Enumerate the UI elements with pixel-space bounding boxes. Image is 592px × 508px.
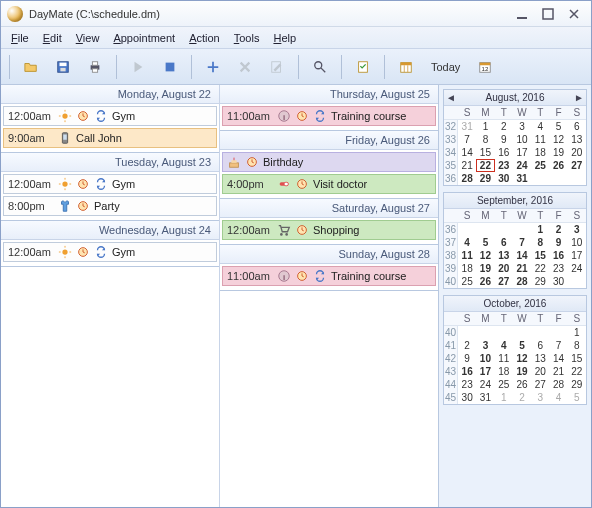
menu-action[interactable]: Action — [183, 30, 226, 46]
calendar-day[interactable]: 20 — [568, 146, 586, 159]
calendar-day[interactable]: 15 — [531, 249, 549, 262]
menu-appointment[interactable]: Appointment — [107, 30, 181, 46]
calendar-day[interactable]: 5 — [568, 391, 586, 404]
calendar-day[interactable]: 19 — [549, 146, 567, 159]
menu-help[interactable]: Help — [267, 30, 302, 46]
calendar-day[interactable]: 18 — [458, 262, 476, 275]
event-item[interactable]: 4:00pmVisit doctor — [222, 174, 436, 194]
calendar-day[interactable]: 9 — [495, 133, 513, 146]
calendar-day[interactable]: 4 — [458, 236, 476, 249]
calendar-day[interactable]: 16 — [495, 146, 513, 159]
calendar-day[interactable]: 24 — [568, 262, 586, 275]
calendar-day[interactable]: 9 — [458, 352, 476, 365]
calendar-prev-button[interactable]: ◄ — [446, 92, 456, 103]
calendar-day[interactable]: 21 — [549, 365, 567, 378]
calendar-day[interactable]: 12 — [476, 249, 494, 262]
calendar-day[interactable]: 13 — [531, 352, 549, 365]
calendar-day[interactable]: 7 — [458, 133, 476, 146]
event-item[interactable]: 8:00pmParty — [3, 196, 217, 216]
calendar-day[interactable]: 14 — [513, 249, 531, 262]
delete-button[interactable] — [232, 54, 258, 80]
stop-button[interactable] — [157, 54, 183, 80]
open-button[interactable] — [18, 54, 44, 80]
calendar-day[interactable]: 31 — [458, 120, 476, 133]
calendar-day[interactable]: 4 — [549, 391, 567, 404]
calendar-day[interactable]: 8 — [568, 339, 586, 352]
calendar-day[interactable]: 24 — [476, 378, 494, 391]
day-header[interactable]: Sunday, August 28 — [220, 245, 438, 264]
calendar-day[interactable]: 2 — [513, 391, 531, 404]
day-header[interactable]: Saturday, August 27 — [220, 199, 438, 218]
calendar-day[interactable]: 5 — [513, 339, 531, 352]
calendar-day[interactable]: 25 — [458, 275, 476, 288]
calendar-day[interactable]: 27 — [531, 378, 549, 391]
calendar-day[interactable]: 3 — [531, 391, 549, 404]
calendar-day[interactable]: 29 — [568, 378, 586, 391]
calendar-day[interactable]: 26 — [549, 159, 567, 172]
event-item[interactable]: 11:00amiTraining course — [222, 106, 436, 126]
event-item[interactable]: 9:00amCall John — [3, 128, 217, 148]
calendar-day[interactable]: 14 — [458, 146, 476, 159]
mini-calendar[interactable]: September, 2016SMTWTFS361233745678910381… — [443, 192, 587, 289]
calendar-day[interactable]: 25 — [531, 159, 549, 172]
calendar-day[interactable]: 30 — [549, 275, 567, 288]
calendar-day[interactable]: 1 — [568, 326, 586, 339]
calendar-day[interactable]: 9 — [549, 236, 567, 249]
calendar-day[interactable]: 10 — [513, 133, 531, 146]
day-header[interactable]: Wednesday, August 24 — [1, 221, 219, 240]
event-item[interactable]: Birthday — [222, 152, 436, 172]
calendar-day[interactable]: 12 — [549, 133, 567, 146]
calendar-day[interactable]: 24 — [513, 159, 531, 172]
calendar-day[interactable]: 5 — [476, 236, 494, 249]
calendar-day[interactable]: 21 — [458, 159, 476, 172]
day-block[interactable]: Wednesday, August 2412:00amGym — [1, 221, 219, 267]
day-block[interactable]: Tuesday, August 2312:00amGym8:00pmParty — [1, 153, 219, 221]
calendar-day[interactable]: 4 — [531, 120, 549, 133]
calendar-day[interactable]: 17 — [568, 249, 586, 262]
save-button[interactable] — [50, 54, 76, 80]
calendar-day[interactable]: 12 — [513, 352, 531, 365]
calendar-day[interactable]: 13 — [495, 249, 513, 262]
minimize-button[interactable] — [511, 5, 533, 23]
calendar-day[interactable] — [549, 326, 567, 339]
today-button[interactable]: Today — [425, 61, 466, 73]
edit-button[interactable] — [264, 54, 290, 80]
calendar-day[interactable]: 28 — [549, 378, 567, 391]
calendar-day[interactable]: 29 — [531, 275, 549, 288]
mini-calendar[interactable]: October, 2016SMTWTFS40141234567842910111… — [443, 295, 587, 405]
event-item[interactable]: 12:00amShopping — [222, 220, 436, 240]
calendar-day[interactable]: 31 — [476, 391, 494, 404]
calendar-day[interactable]: 26 — [476, 275, 494, 288]
calendar-day[interactable]: 6 — [495, 236, 513, 249]
calendar-day[interactable]: 22 — [531, 262, 549, 275]
calendar-day[interactable]: 8 — [531, 236, 549, 249]
calendar-day[interactable]: 13 — [568, 133, 586, 146]
calendar-day[interactable]: 16 — [549, 249, 567, 262]
calendar-day[interactable]: 30 — [495, 172, 513, 185]
schedule-right-column[interactable]: Thursday, August 2511:00amiTraining cour… — [220, 85, 438, 507]
add-button[interactable] — [200, 54, 226, 80]
calendar-day[interactable]: 8 — [476, 133, 494, 146]
calendar-day[interactable]: 19 — [476, 262, 494, 275]
calendar-day[interactable]: 23 — [549, 262, 567, 275]
calendar-day[interactable]: 23 — [458, 378, 476, 391]
calendar-day[interactable]: 23 — [495, 159, 513, 172]
close-button[interactable] — [563, 5, 585, 23]
search-button[interactable] — [307, 54, 333, 80]
calendar-day[interactable]: 1 — [476, 120, 494, 133]
calendar-day[interactable] — [458, 223, 476, 236]
calendar-day[interactable] — [549, 172, 567, 185]
calendar-day[interactable]: 11 — [495, 352, 513, 365]
calendar-day[interactable]: 30 — [458, 391, 476, 404]
calendar-day[interactable]: 3 — [513, 120, 531, 133]
day-block[interactable]: Sunday, August 2811:00amiTraining course — [220, 245, 438, 291]
calendar-day[interactable]: 28 — [458, 172, 476, 185]
calendar-day[interactable]: 11 — [531, 133, 549, 146]
calendar-day[interactable] — [513, 326, 531, 339]
schedule-left-column[interactable]: Monday, August 2212:00amGym9:00amCall Jo… — [1, 85, 220, 507]
calendar-day[interactable] — [531, 326, 549, 339]
calendar-day[interactable]: 3 — [568, 223, 586, 236]
calendar-day[interactable] — [458, 326, 476, 339]
menu-edit[interactable]: Edit — [37, 30, 68, 46]
calendar-day[interactable]: 6 — [531, 339, 549, 352]
